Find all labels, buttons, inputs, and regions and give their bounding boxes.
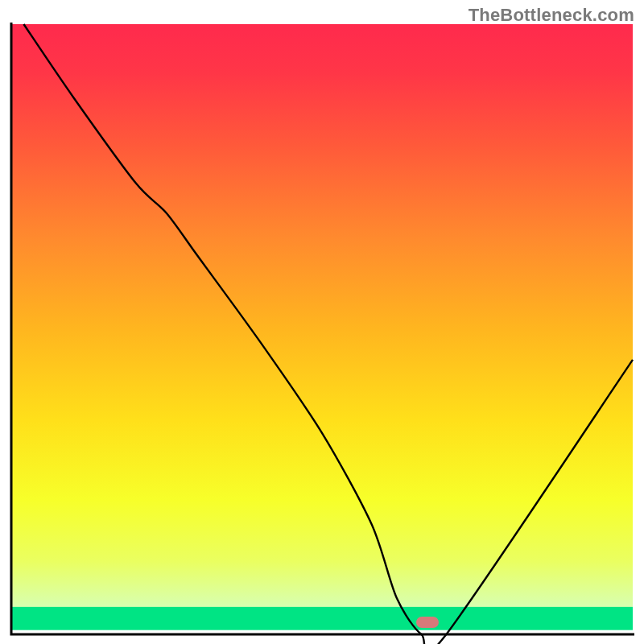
watermark-text: TheBottleneck.com: [469, 5, 634, 26]
optimal-point-marker: [416, 617, 439, 628]
green-band: [11, 607, 633, 630]
chart-svg: [0, 0, 644, 644]
bottleneck-chart: TheBottleneck.com: [0, 0, 644, 644]
gradient-background: [11, 24, 633, 634]
